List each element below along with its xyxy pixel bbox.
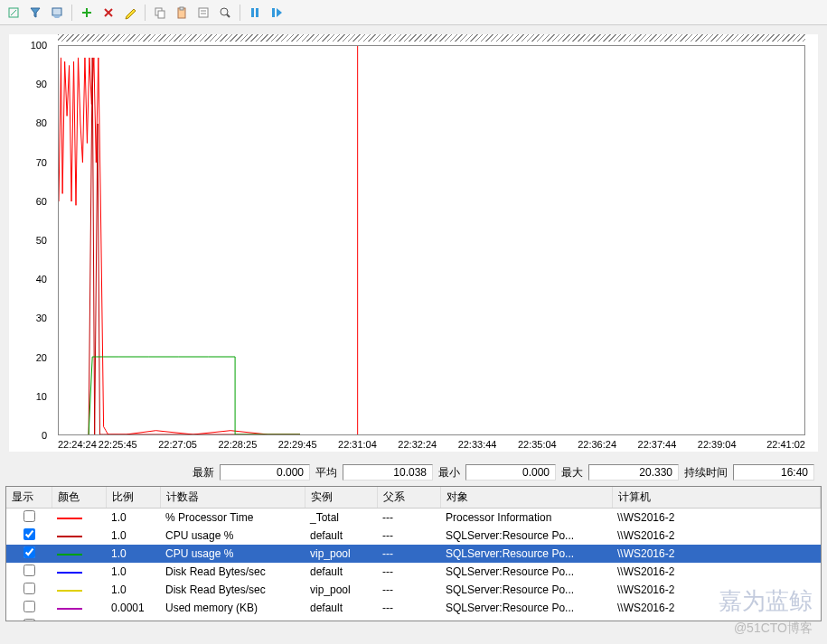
table-row[interactable]: 1.0% Processor Time_Total---Processor In…: [6, 509, 821, 527]
chart-header-hatch: [58, 34, 805, 42]
cell-instance: default: [305, 527, 377, 545]
svg-line-11: [227, 14, 230, 17]
cell-computer: \\WS2016-2: [612, 599, 821, 617]
export-icon[interactable]: [47, 3, 67, 23]
cell-instance: vip_pool: [305, 617, 377, 621]
cell-object: SQLServer:Resource Po...: [440, 617, 612, 621]
y-tick-label: 70: [36, 157, 47, 168]
show-checkbox[interactable]: [23, 601, 35, 612]
cell-counter: Disk Read Bytes/sec: [160, 563, 305, 581]
cell-instance: default: [305, 599, 377, 617]
cell-scale: 0.0001: [106, 599, 160, 617]
cell-counter: CPU usage %: [160, 527, 305, 545]
col-parent[interactable]: 父系: [377, 487, 440, 509]
svg-rect-6: [180, 7, 183, 10]
svg-rect-13: [256, 8, 258, 17]
stat-latest-label: 最新: [193, 465, 214, 481]
cell-parent: ---: [377, 599, 440, 617]
y-axis: 0102030405060708090100: [9, 45, 54, 435]
cell-parent: ---: [377, 581, 440, 599]
cell-instance: default: [305, 563, 377, 581]
x-tick-label: 22:41:02: [766, 439, 805, 450]
x-tick-label: 22:25:45: [99, 439, 137, 450]
stat-latest-value: 0.000: [220, 464, 310, 481]
x-tick-label: 22:36:24: [578, 439, 616, 450]
table-row[interactable]: 1.0CPU usage %vip_pool---SQLServer:Resou…: [6, 545, 821, 563]
table-row[interactable]: 0.0001Used memory (KB)vip_pool---SQLServ…: [6, 617, 821, 621]
col-scale[interactable]: 比例: [106, 487, 160, 509]
cell-counter: Used memory (KB): [160, 599, 305, 617]
counter-panel[interactable]: 显示 颜色 比例 计数器 实例 父系 对象 计算机 1.0% Processor…: [5, 486, 822, 621]
y-tick-label: 40: [36, 274, 47, 285]
add-icon[interactable]: [77, 3, 97, 23]
cell-object: SQLServer:Resource Po...: [440, 545, 612, 563]
table-row[interactable]: 0.0001Used memory (KB)default---SQLServe…: [6, 599, 821, 617]
paste-icon[interactable]: [172, 3, 192, 23]
svg-point-10: [221, 8, 228, 15]
cell-parent: ---: [377, 617, 440, 621]
filter-icon[interactable]: [25, 3, 45, 23]
col-counter[interactable]: 计数器: [160, 487, 305, 509]
stats-row: 最新 0.000 平均 10.038 最小 0.000 最大 20.330 持续…: [0, 461, 827, 486]
cell-scale: 0.0001: [106, 617, 160, 621]
stat-duration-value: 16:40: [733, 464, 814, 481]
cell-computer: \\WS2016-2: [612, 545, 821, 563]
cell-parent: ---: [377, 563, 440, 581]
highlight-icon[interactable]: [120, 3, 140, 23]
col-computer[interactable]: 计算机: [612, 487, 821, 509]
svg-rect-7: [199, 8, 208, 17]
cell-scale: 1.0: [106, 509, 160, 527]
show-checkbox[interactable]: [23, 565, 35, 576]
cell-object: SQLServer:Resource Po...: [440, 527, 612, 545]
copy-icon[interactable]: [150, 3, 170, 23]
stat-avg-value: 10.038: [343, 464, 433, 481]
svg-line-1: [11, 10, 16, 15]
y-tick-label: 90: [36, 79, 47, 89]
cell-instance: vip_pool: [305, 581, 377, 599]
show-checkbox[interactable]: [23, 510, 35, 522]
color-swatch: [57, 572, 82, 574]
stat-avg-label: 平均: [315, 465, 337, 481]
col-object[interactable]: 对象: [440, 487, 612, 509]
properties-icon[interactable]: [193, 3, 213, 23]
stat-max-value: 20.330: [588, 464, 679, 481]
y-tick-label: 0: [42, 430, 47, 441]
show-checkbox[interactable]: [23, 583, 35, 594]
color-swatch: [57, 608, 82, 610]
stat-max-label: 最大: [561, 465, 583, 481]
step-icon[interactable]: [267, 3, 287, 23]
stat-min-label: 最小: [438, 465, 460, 481]
svg-rect-14: [272, 8, 275, 17]
y-tick-label: 50: [36, 235, 47, 246]
x-axis: 22:24:2422:25:4522:27:0522:28:2522:29:45…: [58, 439, 805, 452]
show-checkbox[interactable]: [23, 619, 35, 621]
delete-icon[interactable]: [99, 3, 118, 23]
cell-computer: \\WS2016-2: [612, 563, 821, 581]
cell-scale: 1.0: [106, 563, 160, 581]
cell-parent: ---: [377, 509, 440, 527]
cell-instance: _Total: [305, 509, 377, 527]
chart-plot[interactable]: [58, 45, 805, 435]
show-checkbox[interactable]: [23, 528, 35, 540]
cell-scale: 1.0: [106, 545, 160, 563]
col-show[interactable]: 显示: [6, 487, 52, 509]
x-tick-label: 22:29:45: [278, 439, 317, 450]
cell-counter: Used memory (KB): [160, 617, 305, 621]
table-row[interactable]: 1.0Disk Read Bytes/secvip_pool---SQLServ…: [6, 581, 821, 599]
cell-computer: \\WS2016-2: [612, 509, 821, 527]
show-checkbox[interactable]: [23, 546, 35, 558]
x-tick-label: 22:27:05: [158, 439, 197, 450]
view-icon[interactable]: [4, 3, 23, 23]
pause-icon[interactable]: [245, 3, 265, 23]
cell-computer: \\WS2016-2: [612, 617, 821, 621]
table-row[interactable]: 1.0CPU usage %default---SQLServer:Resour…: [6, 527, 821, 545]
table-row[interactable]: 1.0Disk Read Bytes/secdefault---SQLServe…: [6, 563, 821, 581]
col-color[interactable]: 颜色: [52, 487, 106, 509]
col-instance[interactable]: 实例: [305, 487, 377, 509]
svg-rect-12: [251, 8, 254, 17]
counter-table: 显示 颜色 比例 计数器 实例 父系 对象 计算机 1.0% Processor…: [6, 487, 821, 621]
x-tick-label: 22:37:44: [638, 439, 677, 450]
zoom-icon[interactable]: [215, 3, 235, 23]
x-tick-label: 22:31:04: [338, 439, 377, 450]
cell-scale: 1.0: [106, 527, 160, 545]
